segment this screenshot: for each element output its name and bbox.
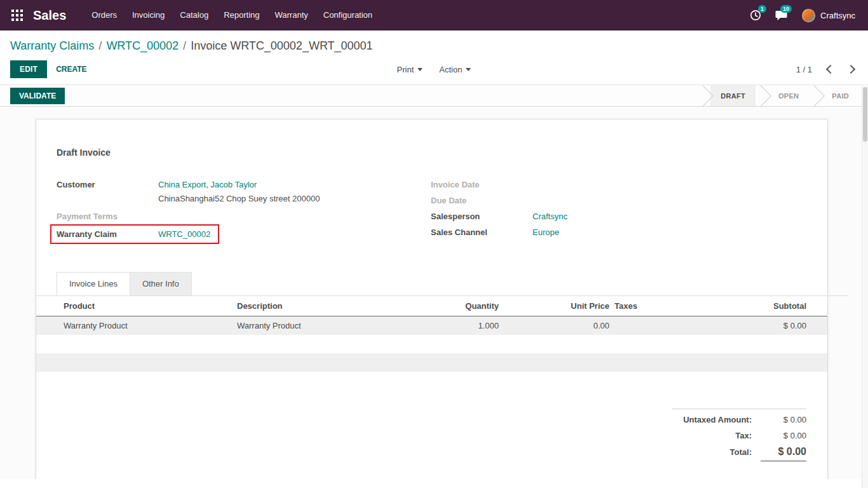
empty-row <box>36 353 827 372</box>
invoice-state-title: Draft Invoice <box>57 147 807 158</box>
due-date-label: Due Date <box>431 193 532 208</box>
empty-row <box>36 335 827 353</box>
menu-reporting[interactable]: Reporting <box>216 0 267 30</box>
cell-description: Warranty Product <box>234 316 412 336</box>
table-header-row: Product Description Quantity Unit Price … <box>36 296 827 316</box>
total-untaxed-row: Untaxed Amount: $ 0.00 <box>672 412 806 428</box>
tab-invoice-lines[interactable]: Invoice Lines <box>57 272 130 295</box>
column-header-product[interactable]: Product <box>36 296 234 316</box>
cell-quantity: 1.000 <box>412 316 501 336</box>
messages-icon[interactable]: 10 <box>770 4 792 26</box>
status-step-paid[interactable]: PAID <box>822 85 859 106</box>
tax-label: Tax: <box>672 428 761 444</box>
message-count-badge: 10 <box>780 5 792 13</box>
total-tax-row: Tax: $ 0.00 <box>672 428 806 444</box>
column-header-quantity[interactable]: Quantity <box>412 296 501 316</box>
menu-warranty[interactable]: Warranty <box>268 0 316 30</box>
user-menu[interactable]: Craftsync <box>796 9 858 22</box>
caret-down-icon <box>466 68 471 71</box>
vertical-scrollbar[interactable] <box>862 86 868 488</box>
invoice-sheet: Draft Invoice Customer China Export, Jac… <box>36 119 828 479</box>
field-invoice-date: Invoice Date <box>431 177 807 193</box>
statusbar: VALIDATE DRAFT OPEN PAID <box>0 85 868 107</box>
total-value: $ 0.00 <box>761 444 806 461</box>
notebook-tabs: Invoice Lines Other Info <box>57 272 827 296</box>
status-arrow-separator <box>698 85 710 106</box>
payment-terms-label: Payment Terms <box>57 208 158 224</box>
sales-channel-label: Sales Channel <box>431 224 532 240</box>
pager-next-icon[interactable] <box>846 64 858 75</box>
user-avatar <box>802 9 815 22</box>
activities-icon[interactable]: 1 <box>745 4 766 26</box>
cell-taxes <box>612 316 714 336</box>
tax-value: $ 0.00 <box>761 428 806 444</box>
print-label: Print <box>397 65 414 74</box>
customer-address: ChinaShanghai52 Chop Suey street 200000 <box>158 193 320 208</box>
create-button[interactable]: CREATE <box>56 65 86 74</box>
total-row: Total: $ 0.00 <box>672 444 806 461</box>
caret-down-icon <box>417 68 423 71</box>
form-view-background: Draft Invoice Customer China Export, Jac… <box>0 107 868 479</box>
untaxed-amount-label: Untaxed Amount: <box>672 412 761 428</box>
total-label: Total: <box>672 444 761 460</box>
edit-button[interactable]: EDIT <box>10 60 47 78</box>
cell-product: Warranty Product <box>36 316 234 336</box>
menu-catalog[interactable]: Catalog <box>172 0 216 30</box>
cell-subtotal: $ 0.00 <box>714 316 827 336</box>
navbar-systray: 1 10 Craftsync <box>745 4 858 26</box>
menu-invoicing[interactable]: Invoicing <box>125 0 172 30</box>
field-payment-terms: Payment Terms <box>57 208 431 224</box>
action-dropdown[interactable]: Action <box>439 65 471 74</box>
table-row[interactable]: Warranty Product Warranty Product 1.000 … <box>36 316 827 336</box>
apps-grid-icon[interactable] <box>10 8 24 22</box>
pager-counter: 1 / 1 <box>796 65 812 74</box>
field-sales-channel: Sales Channel Europe <box>431 224 807 240</box>
field-salesperson: Salesperson Craftsync <box>431 208 807 224</box>
menu-orders[interactable]: Orders <box>84 0 125 30</box>
action-label: Action <box>439 65 462 74</box>
breadcrumb: Warranty Claims/WRTC_00002/Invoice WRTC_… <box>10 39 858 53</box>
app-name[interactable]: Sales <box>33 8 66 23</box>
cell-unit-price: 0.00 <box>501 316 612 336</box>
field-due-date: Due Date <box>431 193 807 208</box>
annotation-highlight-box: Warranty Claim WRTC_00002 <box>50 224 219 244</box>
breadcrumb-separator: / <box>183 39 186 52</box>
customer-link[interactable]: China Export, Jacob Taylor <box>158 180 257 189</box>
breadcrumb-claim[interactable]: WRTC_00002 <box>106 39 179 52</box>
activity-count-badge: 1 <box>758 5 766 13</box>
untaxed-amount-value: $ 0.00 <box>761 412 806 428</box>
field-customer: Customer China Export, Jacob Taylor Chin… <box>57 177 431 208</box>
salesperson-link[interactable]: Craftsync <box>532 212 567 221</box>
right-field-column: Invoice Date Due Date Salesperson Crafts… <box>431 177 807 244</box>
pager-previous-icon[interactable] <box>824 64 835 75</box>
main-menu: Orders Invoicing Catalog Reporting Warra… <box>84 0 380 30</box>
scrollbar-thumb[interactable] <box>863 87 867 142</box>
top-navbar: Sales Orders Invoicing Catalog Reporting… <box>0 0 868 30</box>
control-panel: Warranty Claims/WRTC_00002/Invoice WRTC_… <box>0 30 868 85</box>
breadcrumb-current: Invoice WRTC_00002_WRT_00001 <box>191 39 373 52</box>
column-header-taxes[interactable]: Taxes <box>612 296 714 316</box>
status-pipeline: DRAFT OPEN PAID <box>698 85 859 106</box>
column-header-description[interactable]: Description <box>234 296 412 316</box>
left-field-column: Customer China Export, Jacob Taylor Chin… <box>57 177 431 244</box>
warranty-claim-link[interactable]: WRTC_00002 <box>158 226 210 242</box>
breadcrumb-warranty-claims[interactable]: Warranty Claims <box>10 39 94 52</box>
status-arrow-separator <box>756 85 768 106</box>
print-dropdown[interactable]: Print <box>397 65 423 74</box>
validate-button[interactable]: VALIDATE <box>10 88 65 104</box>
breadcrumb-separator: / <box>98 39 102 52</box>
sales-channel-link[interactable]: Europe <box>532 227 559 237</box>
column-header-unit-price[interactable]: Unit Price <box>501 296 612 316</box>
tab-other-info[interactable]: Other Info <box>130 272 192 295</box>
status-step-draft[interactable]: DRAFT <box>710 85 756 106</box>
column-header-subtotal[interactable]: Subtotal <box>714 296 827 316</box>
invoice-date-label: Invoice Date <box>431 177 532 193</box>
salesperson-label: Salesperson <box>431 208 532 224</box>
status-arrow-separator <box>809 85 822 106</box>
totals-block: Untaxed Amount: $ 0.00 Tax: $ 0.00 Total… <box>672 409 806 461</box>
user-name: Craftsync <box>820 11 855 20</box>
menu-configuration[interactable]: Configuration <box>316 0 380 30</box>
invoice-lines-table: Product Description Quantity Unit Price … <box>36 296 827 372</box>
customer-label: Customer <box>57 177 158 193</box>
warranty-claim-label: Warranty Claim <box>57 226 158 242</box>
